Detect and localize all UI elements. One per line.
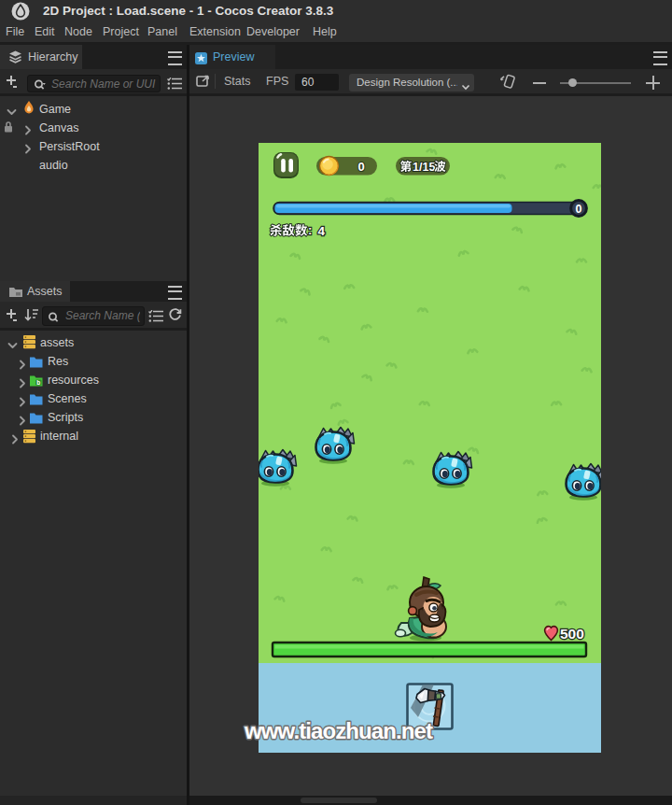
svg-text:1/15: 1/15 — [413, 161, 435, 174]
svg-text:500: 500 — [560, 626, 584, 642]
svg-text::: : — [308, 223, 312, 237]
svg-text:0: 0 — [576, 203, 582, 216]
svg-text:0: 0 — [357, 160, 364, 174]
svg-text:b: b — [36, 379, 40, 386]
svg-text:www.tiaozhuan.net: www.tiaozhuan.net — [244, 718, 433, 743]
svg-text:4: 4 — [318, 224, 326, 238]
